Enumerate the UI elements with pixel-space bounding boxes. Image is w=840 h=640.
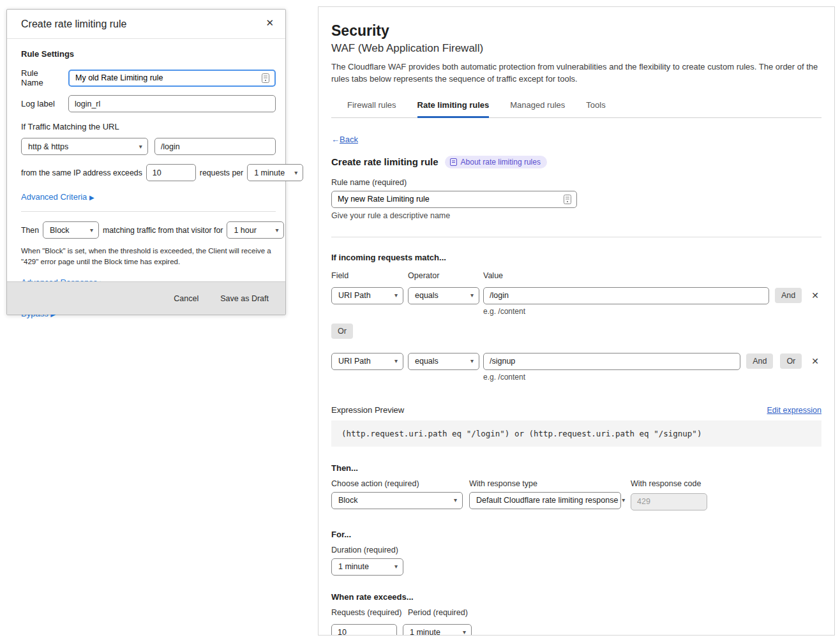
field-select-value: URI Path [338, 291, 371, 300]
ban-duration-value: 1 hour [234, 226, 256, 235]
caret-down-icon: ▾ [454, 497, 457, 503]
response-type-label: With response type [469, 479, 621, 488]
advanced-criteria-label: Advanced Criteria [21, 192, 87, 202]
caret-down-icon: ▾ [394, 563, 398, 570]
dialog-footer: Cancel Save as Draft [7, 281, 285, 315]
period-label: Period (required) [408, 608, 468, 617]
and-button[interactable]: And [775, 288, 802, 303]
operator-select-value: equals [415, 357, 439, 366]
tab-rate-limiting-rules[interactable]: Rate limiting rules [417, 96, 490, 118]
field-select[interactable]: URI Path ▾ [331, 287, 403, 304]
caret-down-icon: ▾ [470, 358, 474, 364]
page-title: Security [331, 22, 821, 40]
legacy-rate-limit-dialog: Create rate limiting rule ✕ Rule Setting… [6, 9, 286, 315]
then-text: matching traffic from that visitor for [103, 226, 223, 235]
response-type-value: Default Cloudflare rate limiting respons… [476, 496, 618, 505]
about-badge-label: About rate limiting rules [461, 158, 541, 167]
action-select-value: Block [50, 226, 70, 235]
threshold-text-before: from the same IP address exceeds [21, 168, 142, 177]
close-icon: ✕ [266, 17, 274, 28]
remove-condition-button[interactable]: ✕ [809, 289, 821, 302]
threshold-input[interactable] [146, 164, 196, 181]
dialog-header: Create rate limiting rule ✕ [7, 10, 285, 39]
page-description: The Cloudflare WAF provides both automat… [331, 61, 821, 86]
value-helper: e.g. /content [483, 373, 821, 382]
period-select[interactable]: 1 minute ▾ [403, 624, 472, 636]
remove-icon: ✕ [811, 356, 819, 366]
period-value: 1 minute [410, 628, 440, 636]
back-arrow-icon: ← [331, 135, 340, 144]
duration-select[interactable]: 1 minute ▾ [331, 558, 403, 576]
waf-security-panel: Security WAF (Web Application Firewall) … [318, 6, 835, 636]
action-label: Choose action (required) [331, 479, 463, 488]
ban-duration-select[interactable]: 1 hour ▾ [227, 221, 284, 239]
or-connector-button[interactable]: Or [331, 324, 353, 339]
field-column-label: Field [331, 271, 408, 280]
page-subtitle: WAF (Web Application Firewall) [331, 42, 821, 55]
advanced-criteria-link[interactable]: Advanced Criteria ▶ [21, 192, 94, 202]
rule-name-input[interactable] [332, 191, 564, 207]
create-rule-heading: Create rate limiting rule [331, 156, 439, 167]
or-button[interactable]: Or [780, 353, 802, 369]
caret-down-icon: ▾ [294, 170, 297, 176]
caret-down-icon: ▾ [90, 227, 93, 234]
action-select[interactable]: Block ▾ [43, 221, 99, 239]
rule-name-label: Rule name (required) [331, 178, 821, 187]
and-button[interactable]: And [746, 353, 773, 369]
expression-preview: (http.request.uri.path eq "/login") or (… [331, 420, 821, 447]
caret-right-icon: ▶ [89, 194, 94, 201]
threshold-period-select[interactable]: 1 minute ▾ [247, 164, 303, 181]
response-code-input [631, 493, 707, 510]
rule-name-field-wrap [331, 191, 577, 208]
url-input[interactable] [154, 138, 276, 155]
block-note: When "Block" is set, when the threshold … [21, 246, 276, 268]
then-label: Then [21, 226, 39, 235]
rate-heading: When rate exceeds... [331, 592, 821, 602]
close-button[interactable]: ✕ [262, 15, 278, 31]
response-type-select[interactable]: Default Cloudflare rate limiting respons… [469, 492, 621, 509]
caret-down-icon: ▾ [139, 144, 142, 150]
expression-preview-label: Expression Preview [331, 405, 404, 415]
remove-condition-button[interactable]: ✕ [809, 355, 821, 368]
condition-row: URI Path ▾ equals ▾ And ✕ [331, 287, 821, 304]
scheme-select-value: http & https [28, 142, 68, 151]
caret-down-icon: ▾ [275, 227, 278, 234]
autofill-icon [262, 73, 269, 83]
waf-tab-bar: Firewall rules Rate limiting rules Manag… [331, 96, 821, 118]
back-link-label: Back [340, 135, 358, 144]
back-link[interactable]: ←Back [331, 135, 358, 144]
caret-down-icon: ▾ [394, 358, 398, 364]
response-code-label: With response code [631, 479, 707, 488]
duration-value: 1 minute [338, 562, 369, 571]
cancel-button[interactable]: Cancel [174, 294, 199, 303]
value-input[interactable] [483, 287, 769, 304]
requests-label: Requests (required) [331, 608, 408, 617]
caret-down-icon: ▾ [470, 292, 474, 299]
save-draft-button[interactable]: Save as Draft [220, 294, 269, 303]
scheme-select[interactable]: http & https ▾ [21, 138, 148, 155]
dialog-title: Create rate limiting rule [21, 19, 126, 30]
autofill-icon [564, 195, 571, 204]
operator-select[interactable]: equals ▾ [408, 353, 479, 370]
rule-name-helper: Give your rule a descriptive name [331, 211, 821, 220]
tab-firewall-rules[interactable]: Firewall rules [347, 96, 396, 118]
value-input[interactable] [483, 353, 740, 370]
about-rate-limiting-badge[interactable]: About rate limiting rules [445, 156, 547, 168]
action-select[interactable]: Block ▾ [331, 492, 463, 509]
rule-settings-heading: Rule Settings [21, 49, 276, 59]
caret-down-icon: ▾ [394, 292, 398, 299]
tab-managed-rules[interactable]: Managed rules [510, 96, 565, 118]
threshold-period-value: 1 minute [254, 168, 285, 177]
edit-expression-link[interactable]: Edit expression [767, 406, 821, 415]
traffic-match-heading: If Traffic Matching the URL [21, 122, 276, 131]
then-heading: Then... [331, 463, 821, 473]
caret-down-icon: ▾ [463, 629, 466, 636]
operator-select[interactable]: equals ▾ [408, 287, 479, 304]
rule-name-input[interactable] [70, 71, 262, 86]
log-label-input[interactable] [68, 95, 276, 112]
operator-column-label: Operator [408, 271, 483, 280]
requests-input[interactable] [331, 624, 397, 636]
tab-tools[interactable]: Tools [586, 96, 605, 118]
field-select[interactable]: URI Path ▾ [331, 353, 403, 370]
caret-down-icon: ▾ [622, 497, 625, 503]
